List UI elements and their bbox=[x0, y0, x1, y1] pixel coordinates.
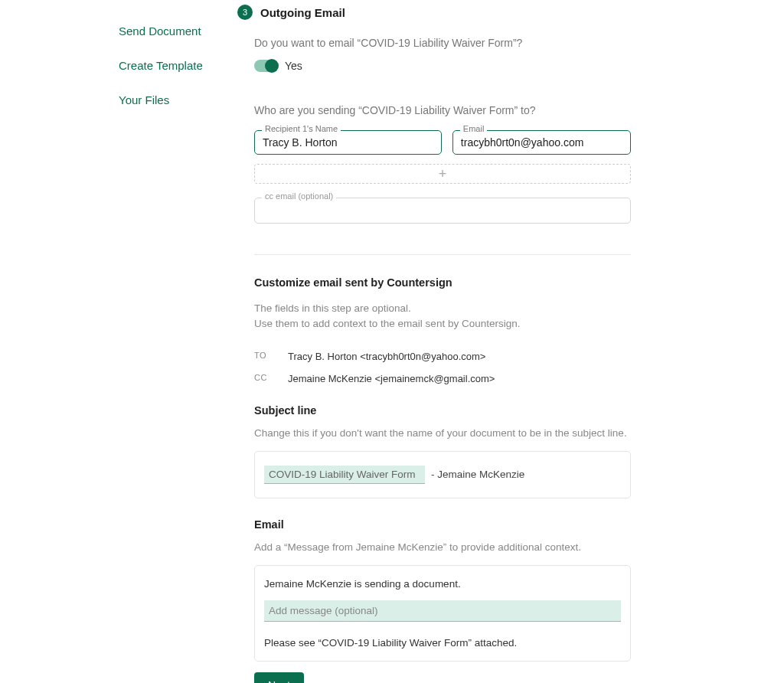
email-message-input[interactable] bbox=[264, 600, 621, 622]
cc-email-input[interactable] bbox=[254, 198, 631, 224]
email-toggle[interactable] bbox=[254, 60, 277, 72]
cc-field-wrap: cc email (optional) bbox=[254, 198, 631, 224]
recipient-email-input[interactable] bbox=[452, 130, 631, 155]
subject-suffix: - Jemaine McKenzie bbox=[431, 469, 524, 480]
step-number-badge: 3 bbox=[237, 5, 253, 20]
to-value: Tracy B. Horton <tracybh0rt0n@yahoo.com> bbox=[288, 351, 485, 362]
add-recipient-button[interactable]: + bbox=[254, 164, 631, 184]
email-card: Jemaine McKenzie is sending a document. … bbox=[254, 565, 631, 662]
sidebar-item-your-files[interactable]: Your Files bbox=[119, 83, 237, 117]
cc-meta-value: Jemaine McKenzie <jemainemck@gmail.com> bbox=[288, 373, 495, 384]
recipient-name-label: Recipient 1's Name bbox=[262, 124, 341, 133]
customize-title: Customize email sent by Countersign bbox=[254, 276, 631, 289]
next-button[interactable]: Next bbox=[254, 672, 304, 684]
recipient-name-field: Recipient 1's Name bbox=[254, 130, 442, 155]
toggle-knob bbox=[265, 59, 279, 73]
divider bbox=[254, 254, 631, 255]
sidebar-item-create-template[interactable]: Create Template bbox=[119, 48, 237, 83]
recipient-email-label: Email bbox=[460, 124, 488, 133]
cc-label: cc email (optional) bbox=[262, 191, 336, 201]
to-label: TO bbox=[254, 351, 270, 362]
subject-input[interactable] bbox=[264, 466, 425, 484]
step-title: Outgoing Email bbox=[260, 6, 345, 19]
cc-row: CC Jemaine McKenzie <jemainemck@gmail.co… bbox=[254, 373, 631, 384]
email-intro-line: Jemaine McKenzie is sending a document. bbox=[264, 578, 621, 590]
main-content: 3 Outgoing Email Do you want to email “C… bbox=[237, 0, 784, 683]
subject-title: Subject line bbox=[254, 404, 631, 417]
subject-desc: Change this if you don't want the name o… bbox=[254, 427, 631, 439]
sidebar-item-send-document[interactable]: Send Document bbox=[119, 14, 237, 48]
recipient-name-input[interactable] bbox=[254, 130, 442, 155]
recipient-email-field: Email bbox=[452, 130, 631, 155]
recipients-question: Who are you sending “COVID-19 Liability … bbox=[254, 104, 631, 116]
email-section-desc: Add a “Message from Jemaine McKenzie” to… bbox=[254, 541, 631, 553]
customize-desc: The fields in this step are optional. Us… bbox=[254, 301, 631, 332]
cc-meta-label: CC bbox=[254, 373, 270, 384]
email-section-title: Email bbox=[254, 518, 631, 531]
email-footer-line: Please see “COVID-19 Liability Waiver Fo… bbox=[264, 637, 621, 649]
sidebar: Send Document Create Template Your Files bbox=[0, 0, 237, 683]
plus-icon: + bbox=[439, 167, 447, 181]
toggle-row: Yes bbox=[254, 60, 631, 72]
toggle-label: Yes bbox=[285, 60, 302, 72]
email-prompt-question: Do you want to email “COVID-19 Liability… bbox=[254, 37, 631, 49]
step-header: 3 Outgoing Email bbox=[237, 5, 631, 20]
subject-card: - Jemaine McKenzie bbox=[254, 451, 631, 498]
to-row: TO Tracy B. Horton <tracybh0rt0n@yahoo.c… bbox=[254, 351, 631, 362]
